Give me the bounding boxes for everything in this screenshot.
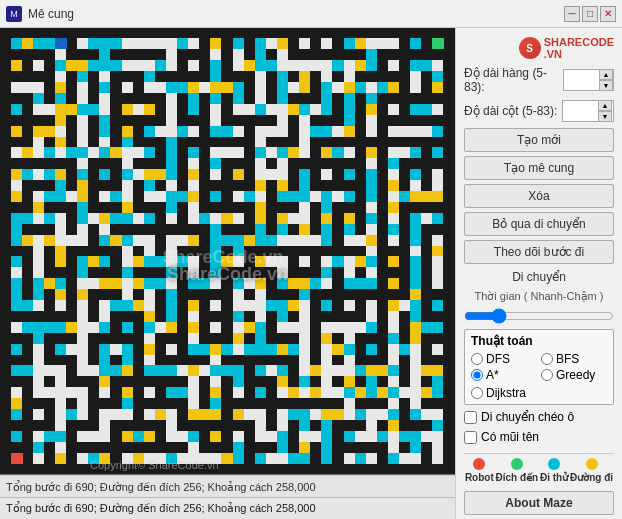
titlebar: M Mê cung ─ □ ✕ — [0, 0, 622, 28]
close-button[interactable]: ✕ — [600, 6, 616, 22]
logo-circle-icon: S — [519, 37, 541, 59]
col-input[interactable]: 41 — [563, 101, 598, 121]
titlebar-controls: ─ □ ✕ — [564, 6, 616, 22]
algo-title: Thuật toán — [471, 334, 607, 348]
legend-destination: Đích đến — [496, 458, 539, 483]
algo-dfs: DFS — [471, 352, 537, 366]
maximize-button[interactable]: □ — [582, 6, 598, 22]
new-button[interactable]: Tạo mới — [464, 128, 614, 152]
speed-slider-row — [464, 308, 614, 324]
legend-destination-dot — [511, 458, 523, 470]
row-label: Độ dài hàng (5-83): — [464, 66, 563, 94]
algo-dfs-label: DFS — [486, 352, 510, 366]
logo-area: S SHARECODE .VN — [464, 36, 614, 60]
algo-bfs-radio[interactable] — [541, 353, 553, 365]
algo-greedy-radio[interactable] — [541, 369, 553, 381]
legend-trial-dot — [548, 458, 560, 470]
diagonal-checkbox[interactable] — [464, 411, 477, 424]
algo-astar-radio[interactable] — [471, 369, 483, 381]
diagonal-label: Di chuyển chéo ô — [481, 410, 574, 424]
col-spinbox[interactable]: 41 ▲ ▼ — [562, 100, 614, 122]
maze-area: ShareCode.vn Tổng bước đi 690; Đường đến… — [0, 28, 455, 519]
right-panel: S SHARECODE .VN Độ dài hàng (5-83): 41 ▲… — [455, 28, 622, 519]
algo-bfs: BFS — [541, 352, 607, 366]
legend-trial: Đi thử — [540, 458, 568, 483]
algo-dijkstra: Dijkstra — [471, 386, 537, 400]
arrow-row: Có mũi tên — [464, 430, 614, 444]
col-increment-button[interactable]: ▲ — [598, 100, 612, 111]
algo-astar-label: A* — [486, 368, 499, 382]
algorithm-section: Thuật toán DFS BFS A* Greedy — [464, 329, 614, 405]
about-maze-button[interactable]: About Maze — [464, 491, 614, 515]
speed-slider[interactable] — [464, 308, 614, 324]
row-spinbox[interactable]: 41 ▲ ▼ — [563, 69, 614, 91]
skip-move-button[interactable]: Bỏ qua di chuyển — [464, 212, 614, 236]
col-length-row: Độ dài cột (5-83): 41 ▲ ▼ — [464, 100, 614, 122]
row-input[interactable]: 41 — [564, 70, 599, 90]
legend-row: Robot Đích đến Đi thử Đường đi — [464, 453, 614, 483]
algo-grid: DFS BFS A* Greedy Dijkstra — [471, 352, 607, 400]
arrow-checkbox[interactable] — [464, 431, 477, 444]
algo-dfs-radio[interactable] — [471, 353, 483, 365]
col-spinbox-buttons: ▲ ▼ — [598, 100, 612, 122]
main-container: ShareCode.vn Tổng bước đi 690; Đường đến… — [0, 28, 622, 519]
col-label: Độ dài cột (5-83): — [464, 104, 557, 118]
create-maze-button[interactable]: Tạo mê cung — [464, 156, 614, 180]
col-decrement-button[interactable]: ▼ — [598, 111, 612, 122]
status-text: Tổng bước đi 690; Đường đến đích 256; Kh… — [6, 502, 316, 515]
legend-path: Đường đi — [570, 458, 613, 483]
minimize-button[interactable]: ─ — [564, 6, 580, 22]
algo-dijkstra-radio[interactable] — [471, 387, 483, 399]
maze-canvas[interactable] — [0, 28, 455, 497]
legend-path-dot — [586, 458, 598, 470]
legend-trial-label: Đi thử — [540, 472, 568, 483]
time-label: Thời gian ( Nhanh-Chậm ) — [464, 290, 614, 303]
legend-robot-label: Robot — [465, 472, 494, 483]
algo-greedy: Greedy — [541, 368, 607, 382]
algo-greedy-label: Greedy — [556, 368, 595, 382]
app-icon: M — [6, 6, 22, 22]
legend-robot-dot — [473, 458, 485, 470]
algo-astar: A* — [471, 368, 537, 382]
arrow-label: Có mũi tên — [481, 430, 539, 444]
status-bar: Tổng bước đi 690; Đường đến đích 256; Kh… — [0, 497, 455, 519]
legend-destination-label: Đích đến — [496, 472, 539, 483]
trace-button[interactable]: Theo dõi bước đi — [464, 240, 614, 264]
titlebar-left: M Mê cung — [6, 6, 74, 22]
row-decrement-button[interactable]: ▼ — [599, 80, 613, 91]
move-label: Di chuyển — [464, 270, 614, 284]
algo-dijkstra-label: Dijkstra — [486, 386, 526, 400]
row-length-row: Độ dài hàng (5-83): 41 ▲ ▼ — [464, 66, 614, 94]
titlebar-title: Mê cung — [28, 7, 74, 21]
algo-bfs-label: BFS — [556, 352, 579, 366]
legend-robot: Robot — [465, 458, 494, 483]
logo-text: SHARECODE .VN — [544, 36, 614, 60]
sharecode-logo: S SHARECODE .VN — [519, 36, 614, 60]
diagonal-move-row: Di chuyển chéo ô — [464, 410, 614, 424]
row-spinbox-buttons: ▲ ▼ — [599, 69, 613, 91]
legend-path-label: Đường đi — [570, 472, 613, 483]
clear-button[interactable]: Xóa — [464, 184, 614, 208]
row-increment-button[interactable]: ▲ — [599, 69, 613, 80]
